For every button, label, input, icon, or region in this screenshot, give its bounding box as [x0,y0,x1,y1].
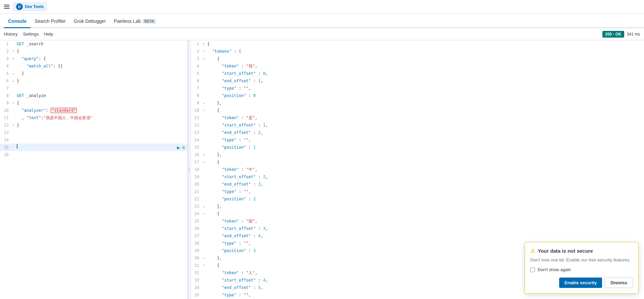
line-number: 12 [0,122,12,129]
line-content: GET _search [17,41,187,47]
toolbar: History Settings Help 200 - OK 341 ms [0,28,644,40]
fold-gutter[interactable]: ▾ [12,48,17,55]
top-bar: D Dev Tools [0,0,644,13]
time-badge: 341 ms [627,32,640,37]
tabs-bar: Console Search Profiler Grok Debugger Pa… [0,13,644,28]
fold-gutter[interactable]: ▾ [203,107,207,114]
history-button[interactable]: History [4,30,17,38]
line-content: "start_offset" : 3, [207,225,644,232]
right-line-18: 18 "token" : "中", [191,166,644,173]
line-content: "type" : "", [207,137,644,143]
line-number: 4 [0,63,12,69]
fold-gutter[interactable]: ▴ [203,100,207,106]
line-actions: ▶⚙ [177,144,185,151]
line-number: 13 [191,129,203,136]
line-number: 11 [191,114,203,121]
left-line-16: 16 [0,151,187,158]
right-line-19: 19 "start_offset" : 2, [191,173,644,181]
fold-gutter[interactable]: ▴ [203,255,207,261]
left-line-10: 10 "analyzer": "standard" [0,107,187,114]
line-content: { [17,100,187,106]
fold-gutter[interactable]: ▴ [203,203,207,210]
line-number: 2 [0,48,12,55]
right-line-21: 21 "type" : "", [191,188,644,195]
popup-title: ⚠ Your data is not secure [530,248,633,254]
settings-button[interactable]: Settings [23,30,39,38]
line-content: "end_offset" : 3, [207,181,644,188]
line-number: 3 [0,55,12,62]
dont-show-label: Don't show again [538,267,571,272]
tab-search-profiler[interactable]: Search Profiler [31,15,70,28]
line-number: 6 [0,78,12,84]
line-number: 14 [191,137,203,143]
tab-console[interactable]: Console [4,15,31,28]
line-content: } [17,122,187,129]
fold-gutter[interactable]: ▴ [12,70,17,77]
popup-title-text: Your data is not secure [538,248,593,254]
right-line-2: 2▾ "tokens" : [ [191,48,644,55]
dont-show-checkbox[interactable] [530,267,535,272]
line-number: 5 [191,70,203,77]
line-content: GET _analyze [17,92,187,99]
line-number: 6 [191,78,203,84]
help-button[interactable]: Help [44,30,53,38]
right-line-20: 20 "end_offset" : 3, [191,181,644,188]
fold-gutter[interactable]: ▾ [203,55,207,62]
line-number: 8 [0,92,12,99]
play-button[interactable]: ▶ [177,144,180,151]
line-number: 13 [0,129,12,136]
line-number: 29 [191,247,203,254]
left-line-1: 1GET _search [0,40,187,48]
right-line-9: 9▴ }, [191,99,644,107]
line-content: "position" : 1 [207,144,644,151]
fold-gutter[interactable]: ▾ [12,55,17,62]
right-line-8: 8 "position" : 0 [191,92,644,99]
fold-gutter[interactable]: ▾ [203,41,207,47]
line-number: 32 [191,269,203,276]
panel-divider[interactable]: ⋮ [188,40,191,299]
enable-security-button[interactable]: Enable security [559,278,602,288]
left-line-14: 14 [0,136,187,144]
line-number: 21 [191,188,203,195]
line-content: "start_offset" : 0, [207,70,644,77]
line-content: "end_offset" : 1, [207,78,644,84]
fold-gutter[interactable]: ▴ [12,78,17,84]
left-line-3: 3▾ "query": { [0,55,187,62]
security-popup: ⚠ Your data is not secure Don't lose one… [525,242,639,294]
line-number: 3 [191,55,203,62]
right-line-13: 13 "end_offset" : 2, [191,129,644,136]
fold-gutter[interactable]: ▾ [203,159,207,165]
line-content: }, [207,151,644,158]
right-line-25: 25 "token" : "国", [191,217,644,225]
line-number: 8 [191,92,203,99]
right-line-16: 16▴ }, [191,151,644,158]
line-number: 7 [0,85,12,92]
hamburger-icon[interactable] [4,5,9,9]
popup-body: Don't lose one bit. Enable our free secu… [530,257,633,262]
tab-painless-lab[interactable]: Painless Lab BETA [110,15,160,28]
left-line-13: 13 [0,129,187,136]
line-content: "start_offset" : 2, [207,173,644,180]
left-line-6: 6▴} [0,77,187,85]
line-content: "token" : "我", [207,63,644,69]
line-number: 17 [191,159,203,165]
status-badge: 200 - OK [602,31,624,38]
fold-gutter[interactable]: ▾ [203,262,207,269]
line-content: "position" : 0 [207,92,644,99]
fold-gutter[interactable]: ▾ [203,210,207,217]
dismiss-button[interactable]: Dismiss [605,278,633,288]
right-line-5: 5 "start_offset" : 0, [191,70,644,77]
left-editor[interactable]: 1GET _search2▾{3▾ "query": {4 "match_all… [0,40,187,299]
fold-gutter[interactable]: ▾ [203,48,207,55]
line-content: { [17,48,187,55]
right-line-23: 23▴ }, [191,203,644,210]
line-settings-button[interactable]: ⚙ [182,145,185,150]
fold-gutter[interactable]: ▴ [12,122,17,129]
line-content: { [207,210,644,217]
fold-gutter[interactable]: ▾ [12,100,17,106]
tab-grok-debugger[interactable]: Grok Debugger [70,15,110,28]
line-number: 28 [191,240,203,247]
fold-gutter[interactable]: ▴ [203,151,207,158]
line-number: 15 [0,144,12,151]
right-line-15: 15 "position" : 1 [191,144,644,151]
